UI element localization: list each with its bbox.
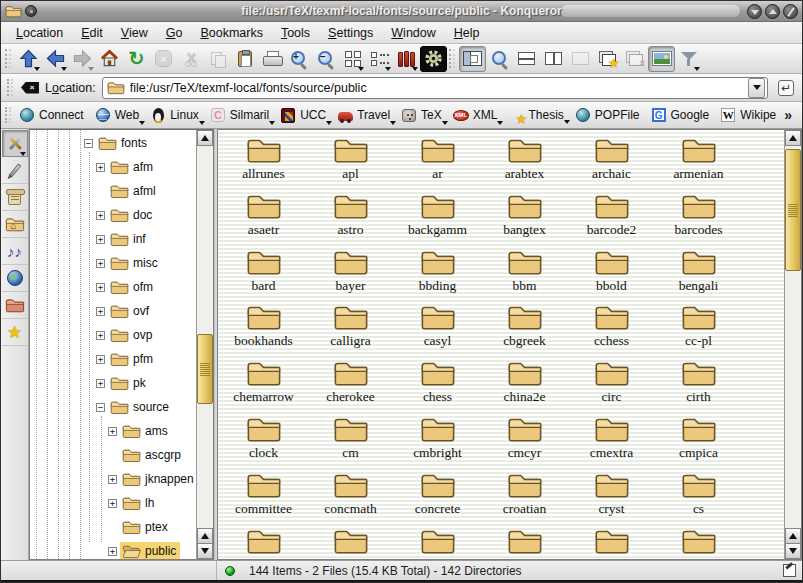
folder-item-calligra[interactable]: calligra [307, 302, 394, 358]
sidebar-tab-home-directory[interactable]: ⌂ [2, 211, 28, 238]
bookmark-ucc[interactable]: UCC [276, 105, 333, 125]
clear-location-icon[interactable]: × [21, 82, 39, 94]
dropdown-arrow-icon[interactable] [748, 78, 765, 98]
folder-item-partial[interactable] [655, 526, 742, 560]
folder-item-bayer[interactable]: bayer [307, 247, 394, 303]
folder-item-concmath[interactable]: concmath [307, 470, 394, 526]
tree-item-public[interactable]: +public [30, 539, 196, 560]
sidebar-tab-history[interactable] [2, 184, 28, 211]
folder-item-barcodes[interactable]: barcodes [655, 191, 742, 247]
location-input[interactable]: file:/usr/TeX/texmf-local/fonts/source/p… [102, 77, 768, 99]
sidebar-tab-bookmarks[interactable]: ★ [2, 319, 28, 346]
tree-item-body[interactable]: fonts [96, 134, 151, 152]
folder-item-cs[interactable]: cs [655, 470, 742, 526]
expand-icon[interactable]: + [108, 547, 117, 556]
tree-item-misc[interactable]: +misc [30, 251, 196, 275]
folder-item-cchess[interactable]: cchess [568, 302, 655, 358]
scroll-up-icon[interactable] [785, 130, 801, 146]
tree-scrollbar-thumb[interactable] [197, 334, 213, 404]
scroll-down-icon[interactable] [197, 543, 213, 559]
folder-item-cmbright[interactable]: cmbright [394, 414, 481, 470]
show-navigation-panel-button[interactable] [459, 46, 486, 72]
tree-item-body[interactable]: ascgrp [120, 446, 185, 464]
bookmark-travel[interactable]: Travel [333, 105, 397, 125]
zoom-out-button[interactable]: − [312, 46, 339, 72]
tree-item-body[interactable]: source [108, 398, 173, 416]
folder-item-circ[interactable]: circ [568, 358, 655, 414]
folder-item-partial[interactable] [481, 526, 568, 560]
folder-item-partial[interactable] [568, 526, 655, 560]
bookmarks-overflow-chevron[interactable]: » [776, 107, 800, 123]
toolbar-handle[interactable] [5, 49, 11, 68]
folder-item-apl[interactable]: apl [307, 135, 394, 191]
expand-icon[interactable]: + [108, 475, 117, 484]
folder-item-croatian[interactable]: croatian [481, 470, 568, 526]
split-view-top-bottom-button[interactable] [513, 46, 540, 72]
folder-item-chemarrow[interactable]: chemarrow [220, 358, 307, 414]
tree-item-body[interactable]: ptex [120, 518, 172, 536]
sidebar-tab-root-folder[interactable] [2, 292, 28, 319]
menu-settings[interactable]: Settings [319, 24, 382, 42]
folder-item-allrunes[interactable]: allrunes [220, 135, 307, 191]
expand-icon[interactable]: + [108, 499, 117, 508]
tree-item-fonts[interactable]: −fonts [30, 131, 196, 155]
folder-item-cmpica[interactable]: cmpica [655, 414, 742, 470]
tree-item-body[interactable]: afml [108, 182, 160, 200]
collapse-icon[interactable]: − [84, 139, 93, 148]
expand-icon[interactable]: + [96, 355, 105, 364]
titlebar[interactable]: file:/usr/TeX/texmf-local/fonts/source/p… [1, 1, 802, 22]
scroll-up-icon[interactable] [197, 528, 213, 544]
expand-icon[interactable]: + [96, 379, 105, 388]
folder-item-clock[interactable]: clock [220, 414, 307, 470]
tree-item-pk[interactable]: +pk [30, 371, 196, 395]
menu-edit[interactable]: Edit [72, 24, 112, 42]
reload-button[interactable]: ↻ [123, 46, 150, 72]
folder-item-cherokee[interactable]: cherokee [307, 358, 394, 414]
folder-icon-view[interactable]: allrunesaplararabtexarchaicarmenianasaet… [217, 129, 802, 560]
bookmark-connect[interactable]: Connect [15, 105, 91, 125]
expand-icon[interactable]: + [108, 427, 117, 436]
bookmark-linux[interactable]: Linux [146, 105, 206, 125]
bookmark-google[interactable]: GGoogle [647, 105, 717, 125]
tree-item-body[interactable]: ofm [108, 278, 157, 296]
folder-item-cm[interactable]: cm [307, 414, 394, 470]
menu-view[interactable]: View [112, 24, 157, 42]
tree-item-body[interactable]: inf [108, 230, 150, 248]
folder-item-cirth[interactable]: cirth [655, 358, 742, 414]
expand-icon[interactable]: + [96, 307, 105, 316]
folder-item-partial[interactable] [220, 526, 307, 560]
expand-icon[interactable]: + [96, 163, 105, 172]
print-button[interactable] [258, 46, 285, 72]
tree-item-ptex[interactable]: ptex [30, 515, 196, 539]
back-button[interactable] [42, 46, 69, 72]
main-scrollbar-thumb[interactable] [785, 149, 801, 271]
expand-icon[interactable]: + [96, 211, 105, 220]
tree-item-body[interactable]: pk [108, 374, 150, 392]
view-marker-icon[interactable] [783, 564, 796, 577]
tree-item-body[interactable]: public [120, 542, 180, 560]
tree-item-lh[interactable]: +lh [30, 491, 196, 515]
tree-item-body[interactable]: ovp [108, 326, 156, 344]
main-scrollbar[interactable] [784, 130, 801, 559]
menu-go[interactable]: Go [157, 24, 192, 42]
menu-window[interactable]: Window [382, 24, 444, 42]
zoom-in-button[interactable]: + [285, 46, 312, 72]
sidebar-tab-pen[interactable] [2, 157, 28, 184]
tree-item-ams[interactable]: +ams [30, 419, 196, 443]
bookmark-tex[interactable]: TeX [397, 105, 449, 125]
folder-item-asaetr[interactable]: asaetr [220, 191, 307, 247]
expand-icon[interactable]: + [96, 235, 105, 244]
bookmark-wikipedia[interactable]: WWikipedia [716, 105, 776, 125]
maximize-icon[interactable] [765, 4, 780, 19]
expand-icon[interactable]: + [96, 283, 105, 292]
folder-item-bard[interactable]: bard [220, 247, 307, 303]
list-view-button[interactable] [366, 46, 393, 72]
tree-item-body[interactable]: doc [108, 206, 156, 224]
toolbar-handle[interactable] [449, 49, 455, 68]
menu-help[interactable]: Help [445, 24, 489, 42]
tree-item-ovp[interactable]: +ovp [30, 323, 196, 347]
konqueror-throbber-button[interactable] [420, 46, 447, 72]
folder-item-archaic[interactable]: archaic [568, 135, 655, 191]
folder-item-partial[interactable] [307, 526, 394, 560]
scroll-up-icon[interactable] [197, 130, 213, 146]
